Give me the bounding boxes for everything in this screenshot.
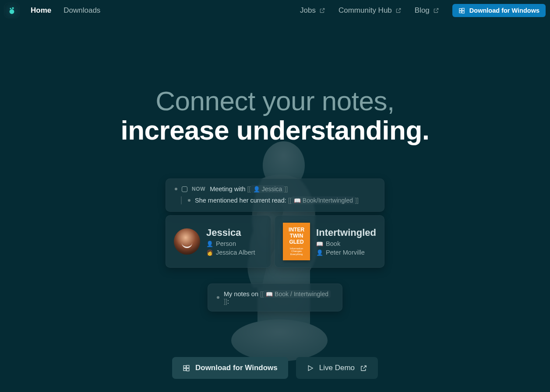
download-button-main-label: Download for Windows [195, 364, 278, 372]
logo-icon [7, 6, 16, 15]
svg-point-0 [10, 9, 14, 14]
cards-stack: NOW Meeting with [[👤Jessica]] She mentio… [166, 178, 384, 312]
external-link-icon [433, 7, 439, 14]
play-icon [307, 364, 314, 372]
svg-rect-4 [462, 8, 464, 10]
svg-rect-6 [462, 11, 464, 13]
nav-community-label: Community Hub [338, 6, 392, 15]
profile-name: 👩Jessica Albert [206, 249, 255, 256]
svg-rect-9 [183, 365, 186, 368]
nav-left: Home Downloads [31, 6, 100, 15]
hero: Connect your notes, increase understandi… [0, 21, 550, 312]
svg-rect-11 [183, 368, 186, 371]
windows-icon [458, 7, 465, 14]
live-demo-button[interactable]: Live Demo [296, 357, 378, 379]
hero-line2: increase understanding. [0, 116, 550, 144]
svg-point-8 [231, 319, 328, 361]
windows-icon [183, 364, 190, 372]
nav-jobs[interactable]: Jobs [300, 6, 325, 15]
nav-blog[interactable]: Blog [415, 6, 439, 15]
checkbox-icon [182, 186, 187, 192]
app-logo[interactable] [4, 3, 19, 18]
svg-rect-3 [459, 8, 462, 10]
live-demo-label: Live Demo [319, 364, 355, 372]
download-button-top-label: Download for Windows [469, 7, 539, 14]
book-cover: INTER TWIN GLED Information Changes Ever… [283, 223, 310, 260]
svg-point-1 [10, 8, 11, 9]
profile-title: Jessica [206, 227, 255, 238]
bullet-icon [217, 296, 219, 299]
profile-type: 👤Person [206, 240, 255, 247]
note-card-meeting: NOW Meeting with [[👤Jessica]] She mentio… [166, 178, 384, 212]
profile-card-book[interactable]: INTER TWIN GLED Information Changes Ever… [275, 215, 384, 268]
now-tag: NOW [192, 186, 205, 192]
external-link-icon [395, 7, 402, 14]
wikilink-book[interactable]: 📖Book / Intertwingled [264, 290, 331, 298]
wikilink-jessica[interactable]: 👤Jessica [251, 185, 285, 193]
note-row: NOW Meeting with [[👤Jessica]] [175, 185, 375, 193]
external-link-icon [360, 364, 367, 372]
nav-downloads[interactable]: Downloads [63, 6, 100, 15]
nav-home[interactable]: Home [31, 6, 51, 15]
hero-line1: Connect your notes, [155, 86, 394, 116]
svg-rect-5 [459, 11, 462, 13]
external-link-icon [319, 7, 325, 14]
nav-blog-label: Blog [415, 6, 430, 15]
note-row-sub: She mentioned her current read: [[📖Book/… [181, 196, 375, 204]
note-text: My notes on [[📖Book / Intertwingled]]: [224, 290, 333, 305]
note-text: Meeting with [[👤Jessica]] [210, 185, 288, 193]
bullet-icon [175, 188, 177, 190]
profile-row: Jessica 👤Person 👩Jessica Albert INTER TW… [166, 215, 384, 268]
svg-rect-10 [187, 365, 189, 368]
note-card-mynotes: My notes on [[📖Book / Intertwingled]]: [208, 284, 342, 312]
hero-headline: Connect your notes, increase understandi… [0, 87, 550, 144]
nav-community[interactable]: Community Hub [338, 6, 402, 15]
nav-right: Jobs Community Hub Blog Download for Win… [300, 4, 546, 17]
download-button-main[interactable]: Download for Windows [172, 357, 288, 379]
profile-title: Intertwingled [316, 227, 376, 238]
wikilink-book[interactable]: 📖Book/Intertwingled [292, 196, 355, 204]
cta-row: Download for Windows Live Demo [172, 357, 378, 379]
download-button-top[interactable]: Download for Windows [452, 4, 546, 17]
top-nav: Home Downloads Jobs Community Hub Blog [0, 0, 550, 21]
svg-point-2 [12, 7, 14, 9]
profile-card-jessica[interactable]: Jessica 👤Person 👩Jessica Albert [166, 215, 271, 268]
svg-rect-12 [187, 368, 189, 371]
avatar [174, 228, 200, 255]
bullet-icon [188, 199, 190, 202]
profile-author: 👤Peter Morville [316, 249, 376, 256]
profile-type: 📖Book [316, 240, 376, 247]
note-text: She mentioned her current read: [[📖Book/… [195, 196, 359, 204]
nav-jobs-label: Jobs [300, 6, 316, 15]
